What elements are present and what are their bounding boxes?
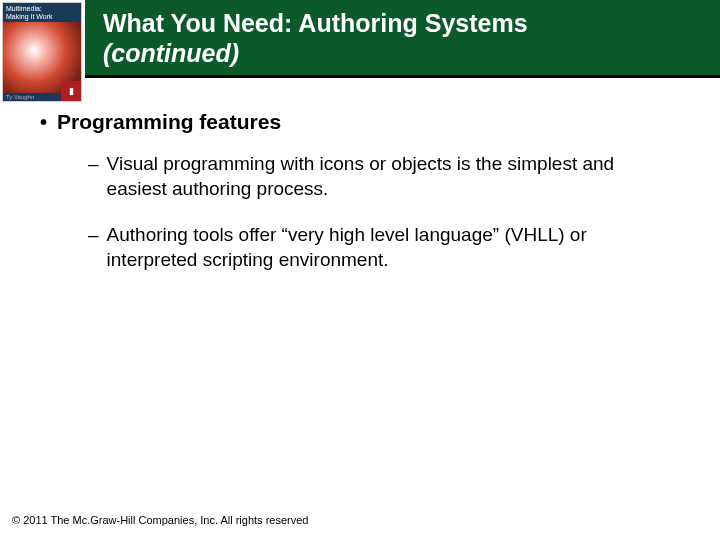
book-title-2: Making It Work: [6, 13, 78, 21]
list-item-text: Visual programming with icons or objects…: [107, 152, 667, 201]
book-title-1: Multimedia:: [6, 5, 78, 13]
slide-body: • Programming features – Visual programm…: [0, 80, 720, 273]
bullet-heading: • Programming features: [40, 110, 680, 134]
slide-title: What You Need: Authoring Systems: [103, 8, 708, 38]
slide-title-bar: What You Need: Authoring Systems (contin…: [85, 0, 720, 78]
bullet-icon: •: [40, 111, 47, 134]
dash-icon: –: [88, 223, 99, 272]
slide-subtitle: (continued): [103, 38, 708, 68]
publisher-badge-icon: ▮: [61, 81, 81, 101]
book-cover-title: Multimedia: Making It Work: [3, 3, 81, 22]
list-item: – Visual programming with icons or objec…: [88, 152, 680, 201]
list-item-text: Authoring tools offer “very high level l…: [107, 223, 667, 272]
copyright-footer: © 2011 The Mc.Graw-Hill Companies, Inc. …: [12, 514, 308, 526]
bullet-label: Programming features: [57, 110, 281, 134]
list-item: – Authoring tools offer “very high level…: [88, 223, 680, 272]
book-cover-thumbnail: Multimedia: Making It Work Ty Vaughn ▮: [2, 2, 82, 102]
dash-icon: –: [88, 152, 99, 201]
